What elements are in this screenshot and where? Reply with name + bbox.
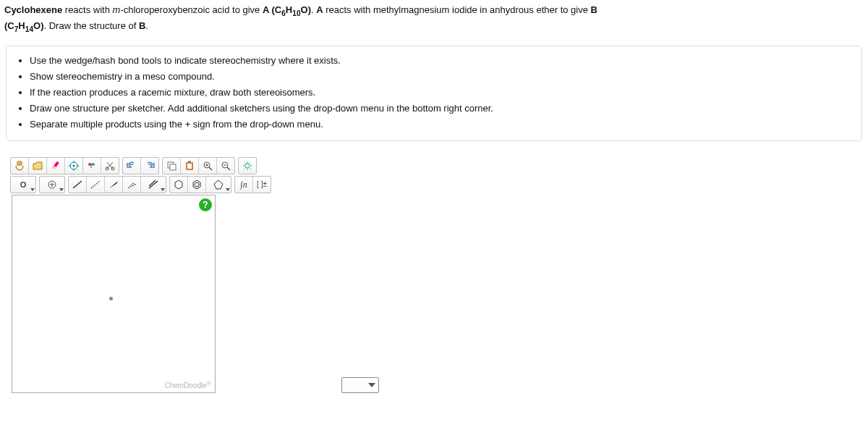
single-bond-tool[interactable] [69,177,86,193]
cut-tool[interactable] [101,158,119,174]
undo-button[interactable] [123,158,140,174]
svg-rect-11 [187,164,192,169]
question-text: Cyclohexene reacts with m-chloroperoxybe… [4,3,864,35]
copy-button[interactable] [163,158,180,174]
hash-bond-tool[interactable] [122,177,140,193]
chevron-down-icon [368,383,375,387]
settings-button[interactable] [239,158,256,174]
svg-point-15 [245,164,250,168]
instruction-item: If the reaction produces a racemic mixtu… [30,85,851,100]
instruction-item: Separate multiple products using the + s… [30,117,851,132]
svg-point-19 [195,182,199,187]
instruction-item: Show stereochemistry in a meso compound. [30,69,851,84]
benzene-ring-tool[interactable] [187,177,205,193]
cyclohexane-ring-tool[interactable] [170,177,187,193]
instruction-item: Use the wedge/hash bond tools to indicat… [30,54,851,68]
toolbar-row-1 [10,157,864,174]
atom-picker[interactable]: O [11,177,35,193]
svg-marker-17 [175,180,182,189]
svg-marker-20 [214,180,223,189]
svg-point-3 [73,165,75,167]
center-tool[interactable] [64,158,82,174]
chemdoodle-watermark: ChemDoodle® [164,381,210,389]
instruction-item: Draw one structure per sketcher. Add add… [30,101,851,116]
q-word-cyclohexene: Cyclohexene [4,4,62,15]
svg-rect-12 [188,161,191,163]
redo-button[interactable] [140,158,158,174]
sketcher-canvas[interactable]: ? ChemDoodle® [12,195,216,393]
svg-rect-1 [52,166,56,169]
pan-tool[interactable] [11,158,28,174]
paste-button[interactable] [180,158,198,174]
svg-rect-9 [170,164,176,170]
help-button[interactable]: ? [199,198,212,211]
open-tool[interactable] [28,158,46,174]
clean-structure-tool[interactable] [82,158,101,174]
wedge-bond-tool[interactable] [104,177,122,193]
integral-n-tool[interactable]: ∫n [235,177,252,193]
zoom-out-button[interactable] [216,158,234,174]
multi-bond-picker[interactable] [140,177,166,193]
bracket-charge-tool[interactable]: [ ]± [252,177,271,193]
instructions-box: Use the wedge/hash bond tools to indicat… [6,46,862,142]
toolbar-row-2: O ∫n [ ]± [10,176,864,193]
charge-picker[interactable] [40,177,64,193]
dotted-bond-tool[interactable] [86,177,104,193]
zoom-in-button[interactable] [198,158,216,174]
add-sketcher-dropdown[interactable] [341,377,379,393]
erase-tool[interactable] [46,158,64,174]
canvas-origin-dot [109,297,113,300]
ring-picker[interactable] [205,177,231,193]
